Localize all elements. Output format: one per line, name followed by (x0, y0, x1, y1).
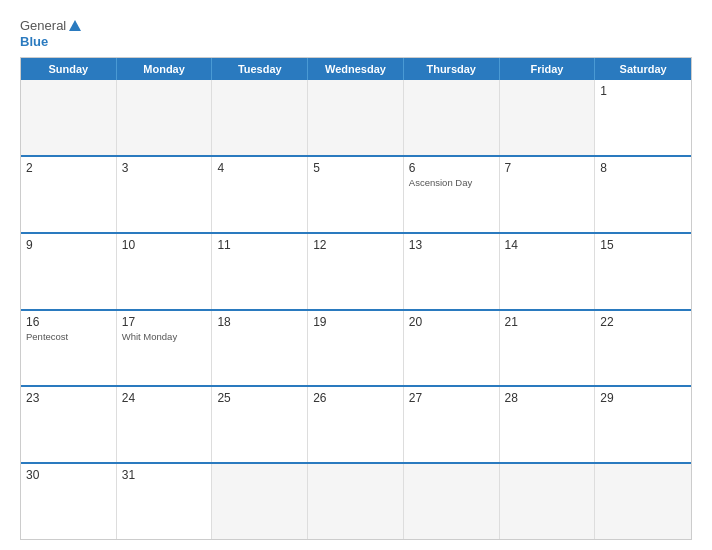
cal-cell: 20 (404, 311, 500, 386)
cal-cell (500, 464, 596, 539)
day-number: 4 (217, 161, 302, 175)
cal-cell: 14 (500, 234, 596, 309)
holiday-label: Ascension Day (409, 177, 494, 189)
day-number: 1 (600, 84, 686, 98)
day-number: 5 (313, 161, 398, 175)
day-header-thursday: Thursday (404, 58, 500, 80)
day-number: 21 (505, 315, 590, 329)
holiday-label: Whit Monday (122, 331, 207, 343)
day-number: 14 (505, 238, 590, 252)
week-row-2: 9101112131415 (21, 232, 691, 309)
day-number: 25 (217, 391, 302, 405)
cal-cell: 25 (212, 387, 308, 462)
cal-cell (404, 464, 500, 539)
day-number: 27 (409, 391, 494, 405)
day-number: 13 (409, 238, 494, 252)
cal-cell: 2 (21, 157, 117, 232)
day-number: 8 (600, 161, 686, 175)
cal-cell: 18 (212, 311, 308, 386)
week-row-1: 23456Ascension Day78 (21, 155, 691, 232)
cal-cell (500, 80, 596, 155)
day-number: 26 (313, 391, 398, 405)
calendar-body: 123456Ascension Day78910111213141516Pent… (21, 80, 691, 539)
cal-cell: 27 (404, 387, 500, 462)
day-header-monday: Monday (117, 58, 213, 80)
cal-cell: 5 (308, 157, 404, 232)
calendar: SundayMondayTuesdayWednesdayThursdayFrid… (20, 57, 692, 540)
day-header-sunday: Sunday (21, 58, 117, 80)
cal-cell (595, 464, 691, 539)
cal-cell (404, 80, 500, 155)
cal-cell (212, 464, 308, 539)
logo: General Blue (20, 18, 81, 49)
cal-cell (308, 80, 404, 155)
day-number: 12 (313, 238, 398, 252)
day-header-saturday: Saturday (595, 58, 691, 80)
week-row-3: 16Pentecost17Whit Monday1819202122 (21, 309, 691, 386)
day-number: 2 (26, 161, 111, 175)
day-number: 9 (26, 238, 111, 252)
cal-cell: 31 (117, 464, 213, 539)
week-row-5: 3031 (21, 462, 691, 539)
cal-cell: 16Pentecost (21, 311, 117, 386)
cal-cell: 22 (595, 311, 691, 386)
day-header-friday: Friday (500, 58, 596, 80)
day-header-wednesday: Wednesday (308, 58, 404, 80)
cal-cell: 24 (117, 387, 213, 462)
day-number: 7 (505, 161, 590, 175)
cal-cell: 19 (308, 311, 404, 386)
day-number: 20 (409, 315, 494, 329)
day-header-tuesday: Tuesday (212, 58, 308, 80)
cal-cell: 4 (212, 157, 308, 232)
day-number: 16 (26, 315, 111, 329)
cal-cell: 29 (595, 387, 691, 462)
day-number: 11 (217, 238, 302, 252)
cal-cell: 3 (117, 157, 213, 232)
logo-general: General (20, 18, 66, 34)
day-number: 30 (26, 468, 111, 482)
cal-cell: 23 (21, 387, 117, 462)
holiday-label: Pentecost (26, 331, 111, 343)
day-number: 23 (26, 391, 111, 405)
cal-cell: 10 (117, 234, 213, 309)
day-number: 19 (313, 315, 398, 329)
cal-cell: 9 (21, 234, 117, 309)
day-number: 29 (600, 391, 686, 405)
day-number: 10 (122, 238, 207, 252)
day-number: 31 (122, 468, 207, 482)
logo-blue: Blue (20, 34, 48, 50)
cal-cell (308, 464, 404, 539)
cal-cell: 12 (308, 234, 404, 309)
cal-cell: 28 (500, 387, 596, 462)
cal-cell: 6Ascension Day (404, 157, 500, 232)
day-number: 17 (122, 315, 207, 329)
cal-cell: 26 (308, 387, 404, 462)
cal-cell (117, 80, 213, 155)
day-number: 28 (505, 391, 590, 405)
cal-cell: 11 (212, 234, 308, 309)
cal-cell: 30 (21, 464, 117, 539)
cal-cell: 21 (500, 311, 596, 386)
day-number: 18 (217, 315, 302, 329)
day-number: 24 (122, 391, 207, 405)
cal-cell: 1 (595, 80, 691, 155)
calendar-header: SundayMondayTuesdayWednesdayThursdayFrid… (21, 58, 691, 80)
day-number: 3 (122, 161, 207, 175)
week-row-0: 1 (21, 80, 691, 155)
cal-cell: 7 (500, 157, 596, 232)
day-number: 22 (600, 315, 686, 329)
cal-cell: 17Whit Monday (117, 311, 213, 386)
cal-cell (212, 80, 308, 155)
header: General Blue (20, 18, 692, 49)
logo-triangle-icon (69, 20, 81, 31)
cal-cell (21, 80, 117, 155)
cal-cell: 15 (595, 234, 691, 309)
cal-cell: 13 (404, 234, 500, 309)
page: General Blue SundayMondayTuesdayWednesda… (0, 0, 712, 550)
day-number: 6 (409, 161, 494, 175)
week-row-4: 23242526272829 (21, 385, 691, 462)
day-number: 15 (600, 238, 686, 252)
cal-cell: 8 (595, 157, 691, 232)
